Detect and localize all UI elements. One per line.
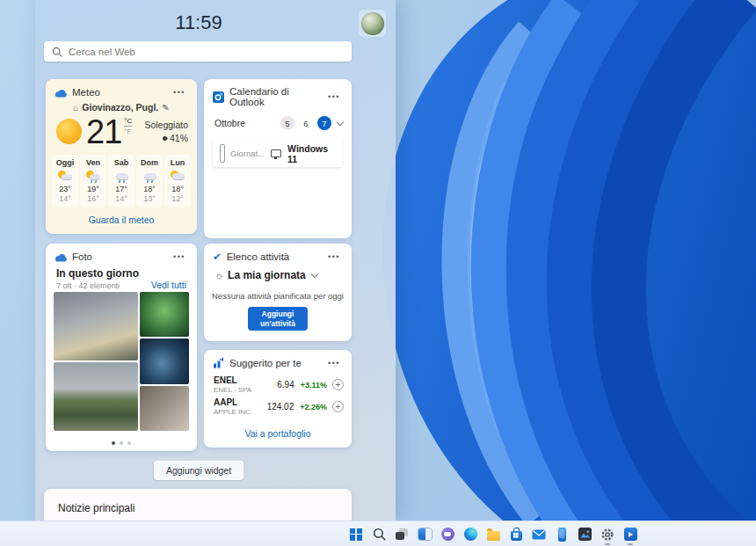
photos-widget: Foto ••• In questo giorno 7 ott · 42 ele… <box>46 244 197 451</box>
news-title: Notizie principali <box>44 489 352 514</box>
carousel-dot[interactable] <box>120 441 123 445</box>
see-weather-link[interactable]: Guarda il meteo <box>89 215 155 225</box>
temperature-value: 21 <box>86 115 121 149</box>
running-indicator <box>605 543 610 545</box>
forecast-day[interactable]: Dom 18° 13° <box>136 155 163 207</box>
chat-icon <box>441 528 454 541</box>
stocks-chart-icon <box>213 358 224 368</box>
stock-price: 124.02 <box>267 402 294 411</box>
stock-row[interactable]: ENEL ENEL - SPA 6.94 +3.11% + <box>204 372 352 394</box>
photos-cloud-icon <box>55 252 67 262</box>
carousel-dot[interactable] <box>127 441 131 445</box>
rain-sun-icon <box>86 171 100 182</box>
search-icon <box>52 47 62 57</box>
mail-icon <box>532 529 546 540</box>
weather-title: Meteo <box>72 87 100 98</box>
stock-symbol: AAPL <box>214 397 262 407</box>
bloom-graphic <box>378 0 756 546</box>
taskbar-chat-button[interactable] <box>436 521 459 546</box>
add-widget-button[interactable]: Aggiungi widget <box>154 461 244 480</box>
photo-thumbnail[interactable] <box>54 292 138 360</box>
see-all-link[interactable]: Vedi tutti <box>151 280 186 290</box>
event-color-bar <box>220 144 225 163</box>
weather-condition: Soleggiato <box>144 120 188 130</box>
add-task-button[interactable]: Aggiungi un'attività <box>248 307 308 331</box>
taskbar-widgets-button[interactable] <box>413 521 436 546</box>
file-explorer-icon <box>487 531 500 541</box>
chevron-down-icon[interactable] <box>337 119 344 126</box>
settings-gear-icon <box>600 528 614 542</box>
calendar-month: Ottobre <box>214 118 245 128</box>
taskbar-settings-button[interactable] <box>596 521 619 546</box>
sunny-icon <box>56 119 82 144</box>
edge-icon <box>464 528 477 541</box>
forecast-day[interactable]: Oggi 23° 14° <box>52 155 78 207</box>
home-icon: ⌂ <box>73 103 78 113</box>
edit-location-icon[interactable]: ✎ <box>162 103 169 113</box>
running-indicator <box>628 543 633 545</box>
cloud-sun-icon <box>171 171 185 182</box>
widgets-icon <box>418 528 432 540</box>
taskbar-search-button[interactable] <box>367 521 390 546</box>
search-bar[interactable]: Cerca nel Web <box>44 41 352 62</box>
weather-menu-button[interactable]: ••• <box>170 86 189 98</box>
fahrenheit-toggle[interactable]: °F <box>124 127 132 135</box>
todo-menu-button[interactable]: ••• <box>324 251 344 263</box>
taskbar-edge-button[interactable] <box>459 521 482 546</box>
my-day-sun-icon: ☼ <box>214 270 223 280</box>
stocks-widget: Suggerito per te ••• ENEL ENEL - SPA 6.9… <box>204 350 352 448</box>
forecast-day[interactable]: Sab 17° 14° <box>108 155 134 207</box>
taskbar-photos-button[interactable] <box>573 521 596 546</box>
taskbar-mail-button[interactable] <box>527 521 550 546</box>
profile-button[interactable] <box>359 10 386 37</box>
taskbar-task-view-button[interactable] <box>390 521 413 546</box>
add-stock-button[interactable]: + <box>332 379 344 390</box>
clock: 11:59 <box>35 11 362 34</box>
carousel-dot-active[interactable] <box>112 441 115 445</box>
go-to-portfolio-link[interactable]: Vai a portafoglio <box>244 428 310 439</box>
photos-menu-button[interactable]: ••• <box>170 251 189 263</box>
stocks-menu-button[interactable]: ••• <box>324 357 344 369</box>
event-label: Windows 11 <box>287 143 336 164</box>
taskbar-file-explorer-button[interactable] <box>482 521 505 546</box>
stock-row[interactable]: AAPL APPLE INC. 124.02 +2.26% + <box>204 394 352 416</box>
todo-title: Elenco attività <box>227 251 290 262</box>
calendar-day-7-selected[interactable]: 7 <box>317 116 331 130</box>
widgets-panel: 11:59 Cerca nel Web Meteo ••• ⌂ Giovinaz… <box>35 0 396 521</box>
photo-thumbnail[interactable] <box>54 362 138 431</box>
forecast-day[interactable]: Ven 19° 16° <box>80 155 106 207</box>
photo-thumbnail[interactable] <box>140 292 189 337</box>
carousel-dots <box>46 441 197 445</box>
stock-price: 6.94 <box>277 380 294 389</box>
stock-change: +3.11% <box>301 381 327 389</box>
taskbar-media-player-button[interactable] <box>619 521 642 546</box>
stock-symbol: ENEL <box>214 375 262 385</box>
photo-thumbnail[interactable] <box>140 339 189 383</box>
monitor-icon <box>271 149 281 157</box>
calendar-day-5[interactable]: 5 <box>280 116 294 130</box>
taskbar <box>0 521 756 546</box>
news-section: Notizie principali <box>44 489 352 521</box>
celsius-toggle[interactable]: °C <box>124 117 132 127</box>
photo-thumbnail[interactable] <box>140 386 189 431</box>
todo-widget: ✔ Elenco attività ••• ☼ La mia giornata … <box>204 244 352 341</box>
calendar-widget: Calendario di Outlook ••• Ottobre 5 6 7 … <box>204 79 352 238</box>
calendar-day-6[interactable]: 6 <box>299 116 313 130</box>
todo-list-selector[interactable]: ☼ La mia giornata <box>204 266 352 281</box>
taskbar-store-button[interactable] <box>505 521 527 546</box>
todo-list-name: La mia giornata <box>228 269 306 281</box>
taskbar-phone-link-button[interactable] <box>550 521 573 546</box>
taskbar-start-button[interactable] <box>345 521 367 546</box>
forecast-row: Oggi 23° 14° Ven 19° 16° Sab 17° 14° Dom… <box>46 149 197 207</box>
calendar-menu-button[interactable]: ••• <box>324 91 344 103</box>
droplet-icon <box>162 135 168 141</box>
desktop-wallpaper <box>378 0 756 546</box>
add-stock-button[interactable]: + <box>332 401 344 412</box>
calendar-event[interactable]: Giornat... Windows 11 <box>213 140 343 167</box>
sun-cloud-icon <box>58 171 72 182</box>
precipitation-value: 41% <box>170 133 188 143</box>
weather-cloud-icon <box>55 88 67 98</box>
forecast-day[interactable]: Lun 18° 12° <box>164 155 191 207</box>
rain-icon <box>142 171 156 182</box>
photos-count: 7 ott · 42 elementi <box>56 281 139 290</box>
